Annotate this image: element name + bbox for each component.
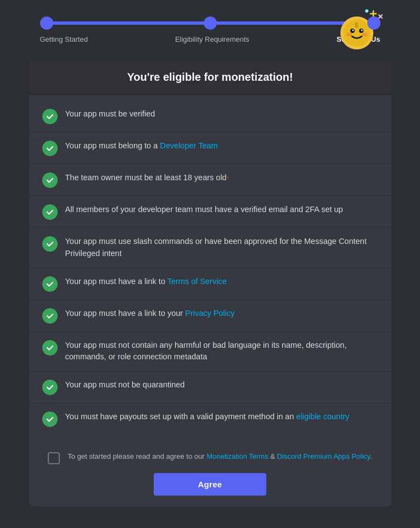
req-text-9: Your app must not be quarantined xyxy=(65,379,185,391)
requirement-row-2: Your app must belong to a Developer Team xyxy=(29,132,391,164)
progress-step-2 xyxy=(204,16,217,30)
progress-bar: Getting Started Eligibility Requirements… xyxy=(40,16,380,43)
check-icon-9 xyxy=(42,380,58,395)
check-icon-2 xyxy=(42,141,58,156)
req-text-10: You must have payouts set up with a vali… xyxy=(65,411,350,423)
check-icon-4 xyxy=(42,204,58,220)
requirements-list: Your app must be verified Your app must … xyxy=(29,95,391,440)
check-icon-1 xyxy=(42,109,58,124)
progress-step-3 xyxy=(367,16,380,30)
svg-point-13 xyxy=(362,33,367,36)
req-text-6: Your app must have a link to Terms of Se… xyxy=(65,276,227,288)
agree-button[interactable]: Agree xyxy=(154,473,266,496)
req-text-1: Your app must be verified xyxy=(65,108,155,120)
svg-point-11 xyxy=(361,30,362,31)
requirement-row-9: Your app must not be quarantined xyxy=(29,371,391,403)
check-icon-3 xyxy=(42,173,58,188)
req-text-5: Your app must use slash commands or have… xyxy=(65,236,378,260)
req-text-7: Your app must have a link to your Privac… xyxy=(65,308,235,320)
progress-label-2: Eligibility Requirements xyxy=(175,35,249,43)
eligibility-card: You're eligible for monetization! Your a… xyxy=(29,60,391,507)
privacy-policy-link[interactable]: Privacy Policy xyxy=(185,309,234,318)
tos-link[interactable]: Terms of Service xyxy=(167,277,227,286)
check-icon-5 xyxy=(42,236,58,252)
req-text-4: All members of your developer team must … xyxy=(65,204,343,216)
req-text-3: The team owner must be at least 18 years… xyxy=(65,172,229,184)
check-icon-7 xyxy=(42,308,58,324)
developer-team-link[interactable]: Developer Team xyxy=(160,141,217,150)
requirement-row-4: All members of your developer team must … xyxy=(29,196,391,228)
eligible-country-link[interactable]: eligible country xyxy=(296,412,350,421)
requirement-row-3: The team owner must be at least 18 years… xyxy=(29,164,391,196)
premium-apps-policy-link[interactable]: Discord Premium Apps Policy xyxy=(277,452,371,460)
progress-label-1: Getting Started xyxy=(40,35,88,43)
req-text-2: Your app must belong to a Developer Team xyxy=(65,140,218,152)
requirement-row-5: Your app must use slash commands or have… xyxy=(29,228,391,268)
requirement-row-8: Your app must not contain any harmful or… xyxy=(29,332,391,372)
svg-point-4 xyxy=(365,9,368,13)
svg-point-10 xyxy=(352,30,354,31)
check-icon-6 xyxy=(42,276,58,292)
card-title: You're eligible for monetization! xyxy=(40,71,380,84)
check-icon-8 xyxy=(42,340,58,355)
check-icon-10 xyxy=(42,412,58,427)
agree-checkbox[interactable] xyxy=(48,452,60,464)
card-header: You're eligible for monetization! xyxy=(29,60,391,95)
terms-row: To get started please read and agree to … xyxy=(48,451,372,464)
requirement-row-1: Your app must be verified xyxy=(29,101,391,132)
monetization-terms-link[interactable]: Monetization Terms xyxy=(206,452,268,460)
coin-character: $ xyxy=(334,8,383,60)
requirement-row-10: You must have payouts set up with a vali… xyxy=(29,403,391,435)
terms-text: To get started please read and agree to … xyxy=(68,451,372,462)
requirement-row-7: Your app must have a link to your Privac… xyxy=(29,300,391,332)
agree-section: To get started please read and agree to … xyxy=(29,440,391,507)
svg-text:$: $ xyxy=(355,21,359,29)
svg-point-12 xyxy=(346,33,352,36)
req-text-8: Your app must not contain any harmful or… xyxy=(65,340,378,364)
progress-step-1 xyxy=(40,16,53,30)
requirement-row-6: Your app must have a link to Terms of Se… xyxy=(29,268,391,300)
